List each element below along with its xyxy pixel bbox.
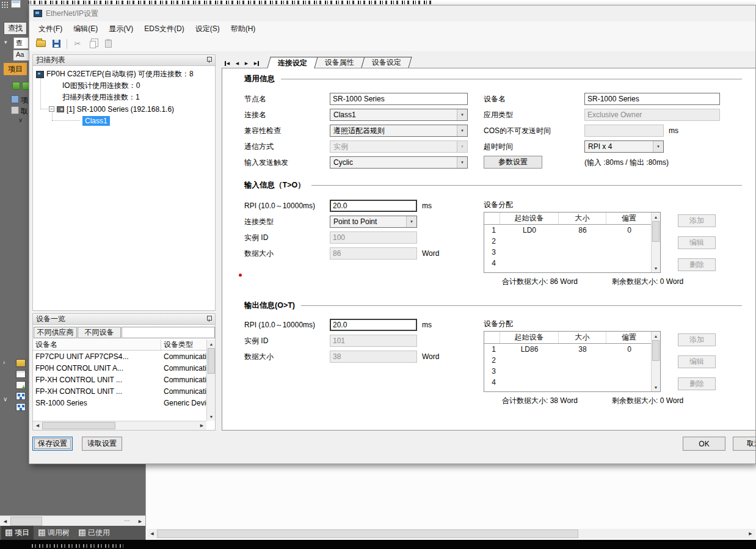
allocation-vscrollbar[interactable]: ▲ ▼ xyxy=(651,213,660,272)
tree-node-device[interactable]: − [1] SR-1000 Series (192.168.1.6) xyxy=(33,103,215,115)
dialog-titlebar[interactable]: EtherNet/IP设置 xyxy=(29,5,755,21)
device-name-input[interactable] xyxy=(584,93,720,105)
first-tab-icon[interactable]: ◀ xyxy=(224,59,233,68)
network-icon[interactable] xyxy=(16,392,26,400)
chevron-down-icon-2[interactable]: ∨ xyxy=(3,396,7,402)
timeout-select[interactable]: RPI x 4 ▼ xyxy=(584,140,664,153)
col-device-type[interactable]: 设备类型 xyxy=(161,340,206,350)
input-rpi-input[interactable] xyxy=(330,200,417,212)
scroll-down-icon[interactable]: ▼ xyxy=(652,383,660,391)
window-icon[interactable] xyxy=(11,0,21,8)
allocation-row[interactable]: 3 xyxy=(484,366,652,377)
menu-settings[interactable]: 设定(S) xyxy=(190,22,225,36)
allocation-row[interactable]: 3 xyxy=(484,247,652,258)
chevron-down-icon[interactable]: ∨ xyxy=(18,117,23,123)
connection-name-select[interactable]: Class1 ▼ xyxy=(330,109,468,121)
save-settings-button[interactable]: 保存设置 xyxy=(32,437,73,451)
dropdown-chevron-icon[interactable]: ▾ xyxy=(4,39,7,45)
menu-edit[interactable]: 编辑(E) xyxy=(68,22,103,36)
scroll-down-icon[interactable]: ▼ xyxy=(652,264,660,272)
menu-eds-file[interactable]: EDS文件(D) xyxy=(139,22,189,36)
search-input[interactable]: 查 xyxy=(13,37,29,49)
tree-network-icon[interactable] xyxy=(16,403,26,411)
selected-connection[interactable]: Class1 xyxy=(82,116,110,126)
scroll-thumb[interactable] xyxy=(157,529,578,538)
tab-call-tree[interactable]: 调用树 xyxy=(34,526,74,540)
allocation-row[interactable]: 4 xyxy=(484,377,652,388)
scroll-left-icon[interactable]: ◀ xyxy=(0,516,10,526)
input-trigger-select[interactable]: Cyclic ▼ xyxy=(330,156,468,169)
menu-file[interactable]: 文件(F) xyxy=(33,22,68,36)
tree-node-usage[interactable]: 扫描列表使用连接数：1 xyxy=(33,92,215,103)
scroll-right-icon[interactable]: ▶ xyxy=(746,529,755,539)
output-rpi-input[interactable] xyxy=(330,319,417,331)
tree-node-connection[interactable]: Class1 xyxy=(33,115,215,126)
device-row[interactable]: FP-XH CONTROL UNIT ... Communications Ad xyxy=(33,385,206,397)
rail-icon-green-1[interactable] xyxy=(12,82,20,90)
scroll-thumb[interactable] xyxy=(652,221,660,242)
menu-view[interactable]: 显示(V) xyxy=(103,22,139,36)
folder-icon[interactable] xyxy=(16,359,26,367)
tab-connection-settings[interactable]: 连接设定 xyxy=(267,57,318,68)
ok-button[interactable]: OK xyxy=(683,437,725,451)
device-row[interactable]: FP7CPU UNIT AFP7CPS4... Communications A… xyxy=(33,351,206,362)
add-document-icon[interactable] xyxy=(16,381,26,389)
tree-node-root[interactable]: FP0H C32ET/EP(自动取得) 可使用连接数：8 xyxy=(33,68,215,80)
drag-grip-icon[interactable] xyxy=(1,1,8,8)
parameter-settings-button[interactable]: 参数设置 xyxy=(484,156,542,169)
compatibility-select[interactable]: 遵照适配器规则 ▼ xyxy=(330,125,468,137)
tree-node-io[interactable]: IO图预计使用连接数：0 xyxy=(33,80,215,92)
allocation-row[interactable]: 4 xyxy=(484,258,652,269)
tab-device-properties[interactable]: 设备属性 xyxy=(314,57,365,68)
allocation-row[interactable]: 1 LD86 38 0 xyxy=(484,344,652,355)
project-tab[interactable]: 项目 xyxy=(4,63,27,75)
cancel-button[interactable]: 取消 xyxy=(733,437,756,451)
rail-item-label-2[interactable]: 取 xyxy=(21,106,28,117)
scroll-up-icon[interactable]: ▲ xyxy=(652,213,660,221)
device-row[interactable]: FP0H CONTROL UNIT A... Communications Ad xyxy=(33,362,206,374)
scroll-down-icon[interactable]: ▼ xyxy=(207,412,216,421)
editor-hscrollbar[interactable]: ◀ ▶ xyxy=(147,529,755,539)
tab-project[interactable]: 项目 xyxy=(1,526,34,540)
allocation-row[interactable]: 1 LD0 86 0 xyxy=(484,225,652,236)
rail-icon-green-2[interactable] xyxy=(22,82,29,90)
connection-type-select[interactable]: Point to Point ▼ xyxy=(330,216,417,228)
chevron-right-icon[interactable]: › xyxy=(3,359,5,366)
scroll-up-icon[interactable]: ▲ xyxy=(207,340,216,348)
prev-tab-icon[interactable]: ◀ xyxy=(233,59,242,68)
device-table-hscrollbar[interactable]: ◀ ▶ xyxy=(33,421,206,430)
open-file-button[interactable] xyxy=(34,37,48,51)
next-tab-icon[interactable]: ▶ xyxy=(242,59,251,68)
save-file-button[interactable] xyxy=(49,37,63,51)
scroll-right-icon[interactable]: ▶ xyxy=(135,516,145,526)
pages-icon[interactable] xyxy=(16,370,26,378)
scroll-thumb[interactable] xyxy=(652,340,660,361)
col-device-name[interactable]: 设备名 xyxy=(33,340,161,350)
device-filter-input[interactable] xyxy=(122,327,215,338)
scroll-thumb[interactable] xyxy=(42,422,115,429)
match-case-toggle[interactable]: Aa xyxy=(13,50,29,60)
pin-icon[interactable] xyxy=(206,316,212,322)
filter-vendor-button[interactable]: 不同供应商 xyxy=(34,327,77,338)
collapse-icon[interactable]: − xyxy=(49,106,54,112)
device-row[interactable]: FP-XH CONTROL UNIT ... Communications Ad xyxy=(33,374,206,385)
scroll-thumb[interactable] xyxy=(10,517,42,526)
menu-help[interactable]: 帮助(H) xyxy=(225,22,261,36)
tab-device-settings[interactable]: 设备设定 xyxy=(361,57,412,68)
device-table-vscrollbar[interactable]: ▲ ▼ xyxy=(206,340,215,421)
filter-device-button[interactable]: 不同设备 xyxy=(78,327,121,338)
last-tab-icon[interactable]: ▶ xyxy=(251,59,260,68)
scroll-up-icon[interactable]: ▲ xyxy=(652,332,660,340)
find-tab[interactable]: 查找 xyxy=(4,22,27,35)
read-settings-button[interactable]: 读取设置 xyxy=(82,437,122,451)
rail-item-label-1[interactable]: 项 xyxy=(21,95,28,106)
tab-used[interactable]: 已使用 xyxy=(75,526,114,540)
allocation-row[interactable]: 2 xyxy=(484,236,652,247)
pin-icon[interactable] xyxy=(206,57,212,64)
allocation-row[interactable]: 2 xyxy=(484,355,652,366)
device-row[interactable]: SR-1000 Series Generic Device xyxy=(33,397,206,409)
project-panel-hscrollbar[interactable]: ◀ ⋯ ▶ xyxy=(0,515,145,526)
scroll-left-icon[interactable]: ◀ xyxy=(33,421,42,430)
scroll-right-icon[interactable]: ▶ xyxy=(197,421,206,430)
scroll-thumb[interactable] xyxy=(208,348,215,374)
